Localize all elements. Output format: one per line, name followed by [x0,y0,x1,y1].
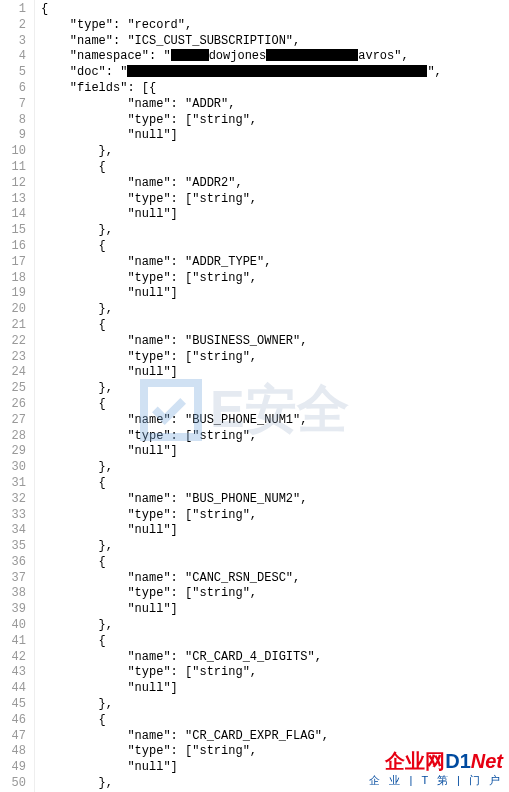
code-line: "null"] [41,681,442,697]
line-number: 19 [4,286,26,302]
code-line: "type": ["string", [41,508,442,524]
line-number: 44 [4,681,26,697]
code-line: "name": "CR_CARD_4_DIGITS", [41,650,442,666]
code-line: "type": ["string", [41,350,442,366]
line-number: 45 [4,697,26,713]
footer-brand-left: 企业网 [385,750,445,772]
line-number: 5 [4,65,26,81]
line-number: 39 [4,602,26,618]
code-line: }, [41,302,442,318]
code-line: { [41,160,442,176]
code-line: "name": "ADDR2", [41,176,442,192]
code-line: "type": "record", [41,18,442,34]
code-line: { [41,634,442,650]
code-line: { [41,476,442,492]
line-number: 29 [4,444,26,460]
line-number: 37 [4,571,26,587]
code-line: { [41,555,442,571]
code-line: "name": "BUS_PHONE_NUM2", [41,492,442,508]
code-line: "name": "ICS_CUST_SUBSCRIPTION", [41,34,442,50]
line-number: 21 [4,318,26,334]
line-number: 48 [4,744,26,760]
line-number: 6 [4,81,26,97]
line-number: 23 [4,350,26,366]
line-number: 11 [4,160,26,176]
line-number: 42 [4,650,26,666]
code-line: }, [41,618,442,634]
code-line: }, [41,539,442,555]
code-line: "namespace": "dowjonesavros", [41,49,442,65]
footer-brand-top: 企业网D1Net [369,748,503,775]
code-line: "type": ["string", [41,113,442,129]
code-line: "name": "CANC_RSN_DESC", [41,571,442,587]
code-line: "null"] [41,207,442,223]
footer-brand-logo: 企业网D1Net 企 业 | T 第 | 门 户 [369,748,503,788]
line-number: 9 [4,128,26,144]
code-line: { [41,2,442,18]
code-line: "null"] [41,128,442,144]
code-line: "type": ["string", [41,586,442,602]
code-line: }, [41,223,442,239]
code-line: "name": "ADDR_TYPE", [41,255,442,271]
line-number: 35 [4,539,26,555]
line-number: 22 [4,334,26,350]
code-line: "type": ["string", [41,429,442,445]
line-number: 20 [4,302,26,318]
code-line: { [41,397,442,413]
code-line: }, [41,144,442,160]
footer-brand-net: Net [471,750,503,772]
code-line: "type": ["string", [41,271,442,287]
code-content: { "type": "record", "name": "ICS_CUST_SU… [35,0,442,792]
line-number: 31 [4,476,26,492]
line-number: 26 [4,397,26,413]
line-number: 12 [4,176,26,192]
line-number: 36 [4,555,26,571]
code-line: "name": "ADDR", [41,97,442,113]
code-line: { [41,318,442,334]
line-number: 24 [4,365,26,381]
line-number: 41 [4,634,26,650]
line-number: 50 [4,776,26,792]
line-number: 7 [4,97,26,113]
code-line: }, [41,460,442,476]
code-line: { [41,239,442,255]
line-number: 17 [4,255,26,271]
line-number-gutter: 1234567891011121314151617181920212223242… [0,0,35,792]
line-number: 16 [4,239,26,255]
line-number: 2 [4,18,26,34]
code-viewer: 1234567891011121314151617181920212223242… [0,0,509,792]
footer-tagline: 企 业 | T 第 | 门 户 [369,773,503,788]
code-line: "name": "BUS_PHONE_NUM1", [41,413,442,429]
line-number: 33 [4,508,26,524]
code-line: "type": ["string", [41,665,442,681]
line-number: 13 [4,192,26,208]
line-number: 40 [4,618,26,634]
line-number: 14 [4,207,26,223]
code-line: "null"] [41,365,442,381]
code-line: "doc": "", [41,65,442,81]
code-line: "null"] [41,602,442,618]
line-number: 3 [4,34,26,50]
line-number: 32 [4,492,26,508]
line-number: 30 [4,460,26,476]
line-number: 8 [4,113,26,129]
line-number: 27 [4,413,26,429]
line-number: 4 [4,49,26,65]
code-line: "fields": [{ [41,81,442,97]
line-number: 38 [4,586,26,602]
line-number: 46 [4,713,26,729]
code-line: "null"] [41,444,442,460]
line-number: 43 [4,665,26,681]
code-line: "name": "CR_CARD_EXPR_FLAG", [41,729,442,745]
code-line: "null"] [41,523,442,539]
line-number: 18 [4,271,26,287]
line-number: 49 [4,760,26,776]
code-line: "type": ["string", [41,192,442,208]
line-number: 34 [4,523,26,539]
line-number: 15 [4,223,26,239]
footer-brand-d1: D1 [445,750,471,772]
line-number: 10 [4,144,26,160]
line-number: 1 [4,2,26,18]
code-line: "name": "BUSINESS_OWNER", [41,334,442,350]
line-number: 47 [4,729,26,745]
